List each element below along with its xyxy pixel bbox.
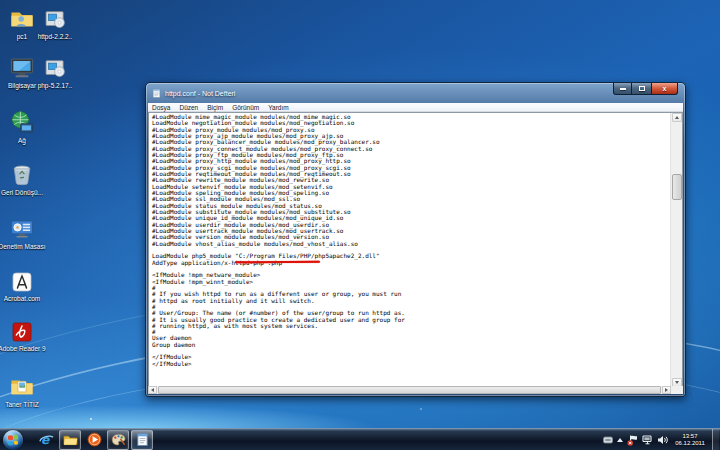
tray-app-icon[interactable] <box>603 436 613 444</box>
desktop-icon-network[interactable]: Ağ <box>0 110 46 144</box>
taskbar-internet-explorer-button[interactable]: e <box>35 430 57 450</box>
arrow-right-icon <box>665 388 668 392</box>
vertical-scroll-thumb[interactable] <box>672 174 682 200</box>
desktop-icon-label: Geri Dönüşü... <box>0 189 46 196</box>
desktop-icon-taner-folder[interactable]: Taner TİTİZ <box>0 374 46 408</box>
desktop-icon-label: Denetim Masası <box>0 243 46 250</box>
scroll-right-button[interactable] <box>662 386 671 394</box>
desktop-icon-php-installer[interactable]: php-5.2.17.. <box>31 55 79 89</box>
scroll-up-button[interactable] <box>672 113 682 122</box>
recycle-bin-icon <box>9 162 35 188</box>
system-tray: 13:57 06.12.2011 <box>603 429 720 450</box>
desktop-icon-label: php-5.2.17.. <box>31 82 79 89</box>
text-editor-content[interactable]: #LoadModule mime_magic_module modules/mo… <box>149 113 670 367</box>
text-editor-area[interactable]: #LoadModule mime_magic_module modules/mo… <box>149 113 670 387</box>
media-player-icon <box>87 432 102 447</box>
window-controls: x <box>613 83 678 95</box>
desktop-icon-adobe-reader[interactable]: Adobe Reader 9 <box>0 320 46 352</box>
minimize-icon <box>620 88 626 90</box>
network-status-icon[interactable] <box>642 435 653 445</box>
taskbar-notepad-button[interactable] <box>131 430 153 450</box>
menu-dosya[interactable]: Dosya <box>152 103 170 112</box>
taskbar-explorer-button[interactable] <box>59 430 81 450</box>
notepad-window-icon <box>152 89 161 98</box>
adobe-reader-icon <box>10 320 34 344</box>
close-button[interactable]: x <box>651 83 678 95</box>
desktop-icon-label: Acrobat.com <box>0 295 46 302</box>
scroll-left-button[interactable] <box>148 386 157 394</box>
installer-package-icon <box>42 6 68 32</box>
window-titlebar[interactable]: httpd.conf - Not Defteri x <box>146 83 685 103</box>
tray-time: 13:57 <box>672 433 708 440</box>
vertical-scrollbar[interactable] <box>670 113 682 387</box>
start-button[interactable] <box>3 430 23 450</box>
desktop-icon-label: Ağ <box>0 137 46 144</box>
arrow-left-icon <box>151 388 154 392</box>
maximize-icon <box>639 86 645 91</box>
editor-client-area: #LoadModule mime_magic_module modules/mo… <box>148 112 683 388</box>
desktop-icon-control-panel[interactable]: Denetim Masası <box>0 216 46 250</box>
menu-bar: Dosya Düzen Biçim Görünüm Yardım <box>148 103 683 112</box>
menu-bicim[interactable]: Biçim <box>207 103 223 112</box>
installer-package-icon <box>42 55 68 81</box>
desktop-icon-acrobat-com[interactable]: Acrobat.com <box>0 270 46 302</box>
taskbar: e <box>0 428 720 450</box>
wallpaper-sparkle <box>90 418 92 420</box>
hidden-icons-button[interactable] <box>617 438 623 442</box>
menu-yardim[interactable]: Yardım <box>268 103 288 112</box>
acrobat-com-icon <box>10 270 34 294</box>
menu-duzen[interactable]: Düzen <box>179 103 198 112</box>
desktop-icon-label: httpd-2.2.2.. <box>31 33 79 40</box>
desktop-icon-recycle-bin[interactable]: Geri Dönüşü... <box>0 162 46 196</box>
window-title: httpd.conf - Not Defteri <box>165 90 235 97</box>
horizontal-scrollbar[interactable] <box>148 386 683 394</box>
close-icon: x <box>663 85 667 92</box>
volume-icon[interactable] <box>657 435 668 445</box>
chevron-up-icon <box>617 438 623 442</box>
control-panel-icon <box>9 216 35 242</box>
wallpaper-sparkle <box>420 408 422 410</box>
internet-explorer-icon: e <box>39 432 54 447</box>
arrow-up-icon <box>675 116 679 119</box>
show-desktop-button[interactable] <box>712 429 719 450</box>
taskbar-media-player-button[interactable] <box>83 430 105 450</box>
windows-logo-icon <box>8 434 18 445</box>
windows-explorer-icon <box>63 432 78 447</box>
desktop-icon-httpd-installer[interactable]: httpd-2.2.2.. <box>31 6 79 40</box>
horizontal-scroll-thumb[interactable] <box>158 386 661 394</box>
desktop-icon-label: Adobe Reader 9 <box>0 345 46 352</box>
paint-icon <box>111 432 126 447</box>
network-icon <box>9 110 35 136</box>
pictures-folder-icon <box>9 374 35 400</box>
minimize-button[interactable] <box>613 83 632 95</box>
notepad-icon <box>135 432 150 447</box>
action-center-flag-icon[interactable] <box>627 435 638 446</box>
taskbar-paint-button[interactable] <box>107 430 129 450</box>
notepad-window: httpd.conf - Not Defteri x Dosya Düzen B… <box>145 82 686 397</box>
windows7-desktop: pc1 httpd-2.2.2.. Bilgisayar php-5.2.17.… <box>0 0 720 450</box>
maximize-button[interactable] <box>632 83 651 95</box>
tray-clock[interactable]: 13:57 06.12.2011 <box>672 433 708 447</box>
arrow-down-icon <box>675 381 679 384</box>
tray-date: 06.12.2011 <box>672 440 708 447</box>
svg-text:e: e <box>41 433 50 447</box>
desktop-icon-label: Taner TİTİZ <box>0 401 46 408</box>
menu-gorunum[interactable]: Görünüm <box>232 103 259 112</box>
